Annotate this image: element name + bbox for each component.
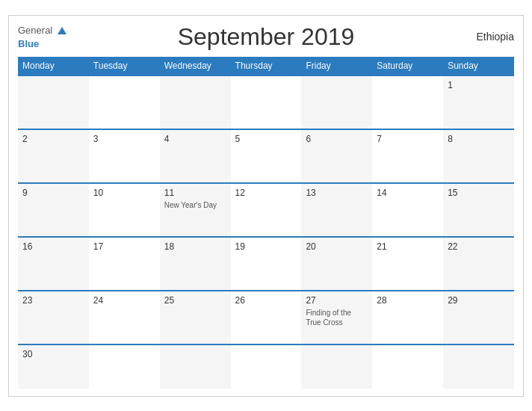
day-cell: 21 [372,238,443,290]
day-cell [89,345,160,389]
day-number: 4 [164,134,226,144]
day-number: 18 [164,241,226,252]
day-number: 16 [22,241,84,252]
day-cell [160,76,231,129]
day-cell: 19 [231,238,302,290]
day-event: New Year's Day [164,200,226,210]
day-cell: 12 [231,184,302,236]
weeks-container: 1234567891011New Year's Day1213141516171… [18,75,514,389]
weekday-cell: Friday [301,57,372,75]
day-number: 19 [235,241,297,252]
day-cell: 7 [372,130,443,182]
day-cell [160,345,231,389]
day-cell: 25 [160,291,231,344]
day-cell: 28 [372,291,443,344]
day-cell: 8 [443,130,514,182]
day-cell: 5 [231,130,302,182]
day-event: Finding of the True Cross [306,308,368,327]
day-cell [372,345,443,389]
logo-blue-text: Blue [18,38,39,49]
day-number: 2 [22,134,84,144]
weekday-cell: Tuesday [89,57,160,75]
week-row: 16171819202122 [18,236,514,290]
day-cell: 10 [89,184,160,236]
country-label: Ethiopia [476,31,514,43]
day-cell [89,76,160,129]
day-cell: 1 [443,76,514,129]
logo-triangle-icon [58,27,66,34]
day-cell: 27Finding of the True Cross [301,291,372,344]
day-number: 7 [377,134,439,144]
day-cell: 18 [160,238,231,290]
day-cell: 9 [18,184,89,236]
day-number: 12 [235,188,297,198]
logo: General Blue [18,23,66,49]
day-number: 14 [377,188,439,198]
day-cell: 4 [160,130,231,182]
day-cell: 16 [18,238,89,290]
weekday-cell: Sunday [443,57,514,75]
day-cell: 11New Year's Day [160,184,231,236]
day-number: 5 [235,134,297,144]
day-number: 26 [235,295,297,306]
day-cell [443,345,514,389]
day-number: 1 [448,80,510,90]
day-number: 13 [306,188,368,198]
day-cell: 3 [89,130,160,182]
calendar-header: General Blue September 2019 Ethiopia [18,23,514,51]
day-cell [231,345,302,389]
weekday-cell: Monday [18,57,89,75]
day-cell: 30 [18,345,89,389]
day-number: 29 [448,295,510,306]
day-number: 23 [22,295,84,306]
calendar: General Blue September 2019 Ethiopia Mon… [8,15,524,397]
day-number: 6 [306,134,368,144]
day-cell: 20 [301,238,372,290]
day-cell [372,76,443,129]
day-number: 17 [93,241,155,252]
day-number: 28 [377,295,439,306]
weekday-cell: Saturday [372,57,443,75]
day-cell: 6 [301,130,372,182]
day-cell: 14 [372,184,443,236]
day-cell [18,76,89,129]
day-number: 20 [306,241,368,252]
day-number: 15 [448,188,510,198]
day-cell [301,345,372,389]
week-row: 1 [18,75,514,129]
day-number: 24 [93,295,155,306]
day-cell [301,76,372,129]
week-row: 2324252627Finding of the True Cross2829 [18,290,514,344]
logo-top: General [18,23,66,37]
weekdays-row: MondayTuesdayWednesdayThursdayFridaySatu… [18,57,514,75]
week-row: 30 [18,344,514,389]
day-cell: 15 [443,184,514,236]
week-row: 91011New Year's Day12131415 [18,182,514,236]
week-row: 2345678 [18,129,514,182]
day-cell: 2 [18,130,89,182]
day-cell: 13 [301,184,372,236]
day-cell [231,76,302,129]
day-cell: 26 [231,291,302,344]
day-cell: 22 [443,238,514,290]
day-number: 25 [164,295,226,306]
day-number: 8 [448,134,510,144]
weekday-cell: Wednesday [160,57,231,75]
day-cell: 23 [18,291,89,344]
day-number: 30 [22,349,84,359]
logo-general-text: General [18,25,52,36]
day-cell: 29 [443,291,514,344]
day-number: 9 [22,188,84,198]
day-number: 21 [377,241,439,252]
day-number: 10 [93,188,155,198]
weekday-cell: Thursday [231,57,302,75]
day-cell: 17 [89,238,160,290]
day-number: 3 [93,134,155,144]
month-title: September 2019 [178,23,355,51]
day-number: 22 [448,241,510,252]
day-cell: 24 [89,291,160,344]
day-number: 27 [306,295,368,306]
day-number: 11 [164,188,226,198]
